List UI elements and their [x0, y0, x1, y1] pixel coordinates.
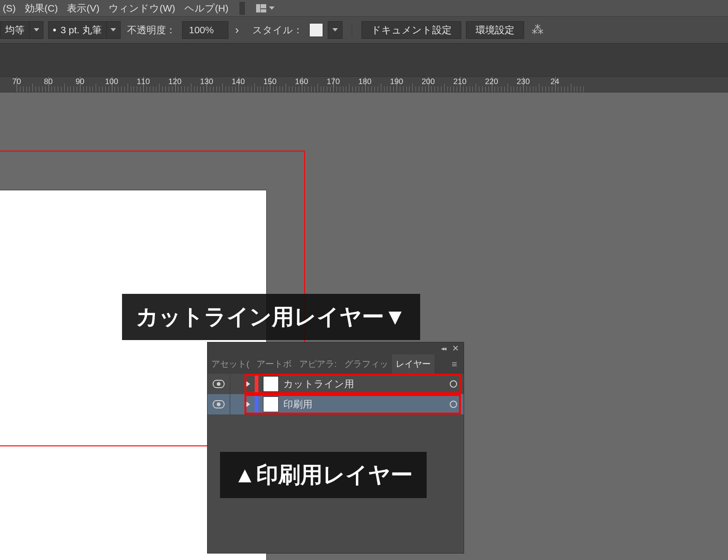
ruler-label: 200 — [422, 77, 434, 86]
layer-row[interactable]: カットライン用 — [208, 374, 464, 394]
chevron-down-icon — [269, 6, 275, 10]
tab-artboards[interactable]: アートボ — [253, 354, 295, 374]
chevron-down-icon — [106, 22, 120, 38]
ruler-label: 24 — [551, 77, 559, 86]
eye-icon — [213, 400, 225, 408]
workspace-switcher[interactable] — [253, 2, 277, 14]
toolbar-gap — [0, 43, 728, 77]
ruler-label: 220 — [485, 77, 498, 86]
ruler-label: 210 — [453, 77, 466, 86]
layout-icon — [256, 4, 266, 12]
tab-graphic[interactable]: グラフィッ — [341, 354, 392, 374]
style-dropdown[interactable] — [328, 21, 343, 39]
ruler-label: 170 — [327, 77, 340, 86]
ruler-label: 150 — [263, 77, 276, 86]
ruler-label: 160 — [295, 77, 308, 86]
panel-menu-icon[interactable]: ≡ — [445, 359, 464, 370]
ruler-label: 230 — [517, 77, 530, 86]
lock-toggle[interactable] — [230, 394, 244, 414]
ruler-label: 100 — [105, 77, 118, 86]
layers-panel[interactable]: ◂◂ ✕ アセット( アートボ アピアラ: グラフィッ レイヤー ≡ カット — [207, 342, 464, 554]
chevron-down-icon — [29, 22, 43, 38]
target-icon[interactable] — [450, 401, 457, 408]
tab-appearance[interactable]: アピアラ: — [295, 354, 340, 374]
wand-icon[interactable]: ⁂ — [529, 23, 546, 37]
style-swatch[interactable] — [309, 23, 323, 37]
stroke-profile-value: 均等 — [0, 24, 29, 37]
menu-help[interactable]: ヘルプ(H) — [182, 0, 231, 17]
eye-icon — [213, 380, 225, 388]
ruler-label: 90 — [76, 77, 85, 86]
menu-window[interactable]: ウィンドウ(W) — [106, 0, 178, 17]
visibility-toggle[interactable] — [208, 380, 230, 388]
tab-assets[interactable]: アセット( — [208, 354, 253, 374]
lock-toggle[interactable] — [230, 374, 244, 394]
ruler-label: 180 — [358, 77, 371, 86]
ruler-label: 70 — [12, 77, 21, 86]
collapse-icon[interactable]: ◂◂ — [441, 345, 446, 352]
visibility-toggle[interactable] — [208, 400, 230, 408]
annotation-print: ▲印刷用レイヤー — [220, 452, 427, 498]
layer-name[interactable]: 印刷用 — [283, 398, 312, 411]
opacity-field[interactable]: 100% › — [182, 21, 246, 39]
opacity-label: 不透明度： — [125, 24, 177, 37]
ruler-label: 130 — [200, 77, 213, 86]
layer-thumbnail — [263, 396, 279, 412]
tab-layers[interactable]: レイヤー — [392, 354, 434, 374]
horizontal-ruler[interactable]: 7080901001101201301401501601701801902002… — [0, 77, 728, 92]
brush-label: 3 pt. 丸筆 — [61, 24, 102, 37]
menu-bar: (S) 効果(C) 表示(V) ウィンドウ(W) ヘルプ(H) — [0, 0, 728, 17]
close-icon[interactable]: ✕ — [452, 343, 459, 353]
control-bar: 均等 3 pt. 丸筆 不透明度： 100% › スタイル： ドキュメント設定 … — [0, 17, 728, 43]
opacity-value: 100% — [182, 21, 228, 39]
stroke-profile-dropdown[interactable]: 均等 — [0, 21, 43, 39]
chevron-right-icon[interactable] — [246, 402, 250, 407]
chevron-right-icon[interactable] — [246, 381, 250, 387]
chevron-down-icon — [328, 22, 342, 38]
menu-view[interactable]: 表示(V) — [64, 0, 102, 17]
style-label: スタイル： — [251, 24, 305, 37]
ruler-label: 80 — [44, 77, 53, 86]
menu-effect[interactable]: 効果(C) — [22, 0, 61, 17]
layer-name[interactable]: カットライン用 — [283, 377, 354, 390]
brush-value: 3 pt. 丸筆 — [49, 24, 106, 37]
panel-header: ◂◂ ✕ — [208, 342, 464, 354]
ruler-label: 120 — [168, 77, 181, 86]
ruler-label: 190 — [390, 77, 403, 86]
divider — [352, 24, 352, 37]
layer-color — [255, 396, 258, 413]
ruler-label: 110 — [137, 77, 150, 86]
ruler-label: 140 — [232, 77, 245, 86]
target-icon[interactable] — [450, 380, 457, 388]
preferences-button[interactable]: 環境設定 — [466, 21, 524, 39]
menu-select[interactable]: (S) — [0, 1, 18, 16]
brush-dot-icon — [53, 29, 56, 31]
panel-tabs: アセット( アートボ アピアラ: グラフィッ レイヤー ≡ — [208, 354, 464, 374]
opacity-arrow[interactable]: › — [228, 21, 246, 39]
brush-dropdown[interactable]: 3 pt. 丸筆 — [48, 21, 121, 39]
annotation-cutline: カットライン用レイヤー▼ — [122, 294, 420, 340]
divider — [239, 2, 245, 15]
canvas-area[interactable]: カットライン用レイヤー▼ ◂◂ ✕ アセット( アートボ アピアラ: グラフィッ… — [0, 92, 728, 560]
layer-color — [255, 376, 258, 392]
document-setup-button[interactable]: ドキュメント設定 — [361, 21, 461, 39]
layer-thumbnail — [263, 376, 279, 392]
layer-row[interactable]: 印刷用 — [208, 394, 464, 414]
